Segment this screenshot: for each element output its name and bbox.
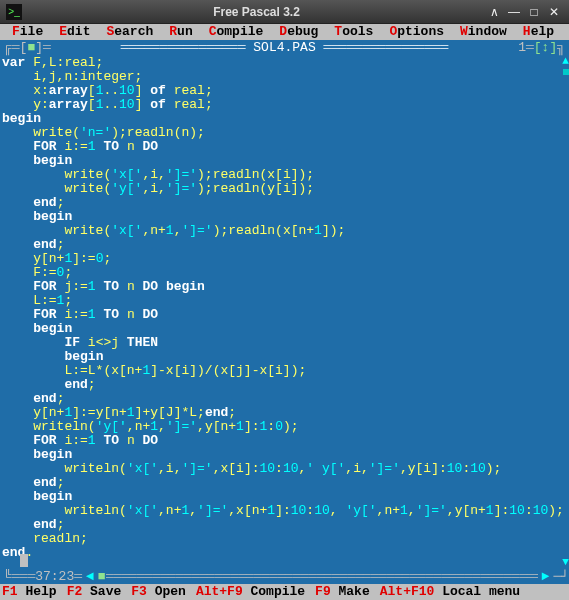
code-line[interactable]: begin bbox=[2, 154, 569, 168]
window-title: Free Pascal 3.2 bbox=[30, 5, 483, 19]
menu-options[interactable]: Options bbox=[381, 24, 452, 40]
code-line[interactable]: writeln('x[',n+1,']=',x[n+1]:10:10, 'y['… bbox=[2, 504, 569, 518]
code-line[interactable]: end; bbox=[2, 196, 569, 210]
editor-frame-top: ╔═[■]═ ════════════════ SOL4.PAS ═══════… bbox=[0, 40, 569, 56]
code-line[interactable]: IF i<>j THEN bbox=[2, 336, 569, 350]
code-line[interactable]: begin bbox=[2, 448, 569, 462]
code-line[interactable]: write('y[',i,']=');readln(y[i]); bbox=[2, 182, 569, 196]
scroll-down-arrow[interactable]: ▼ bbox=[562, 557, 569, 568]
menu-compile[interactable]: Compile bbox=[201, 24, 272, 40]
menu-file[interactable]: File bbox=[4, 24, 51, 40]
vertical-scrollbar[interactable]: ▲ ▼ bbox=[561, 56, 569, 568]
code-line[interactable]: y[n+1]:=0; bbox=[2, 252, 569, 266]
code-line[interactable]: y:array[1..10] of real; bbox=[2, 98, 569, 112]
code-line[interactable]: begin bbox=[2, 350, 569, 364]
app-window: >_ Free Pascal 3.2 ∧ — □ ✕ FileEditSearc… bbox=[0, 0, 569, 600]
menu-help[interactable]: Help bbox=[515, 24, 562, 40]
status-f2[interactable]: F2 Save bbox=[67, 584, 122, 600]
status-alt-f10[interactable]: Alt+F10 Local menu bbox=[380, 584, 520, 600]
code-line[interactable]: i,j,n:integer; bbox=[2, 70, 569, 84]
menubar: FileEditSearchRunCompileDebugToolsOption… bbox=[0, 24, 569, 40]
code-line[interactable]: readln; bbox=[2, 532, 569, 546]
code-line[interactable]: writeln('y[',n+1,']=',y[n+1]:1:0); bbox=[2, 420, 569, 434]
scroll-thumb[interactable] bbox=[563, 69, 569, 75]
menu-debug[interactable]: Debug bbox=[271, 24, 326, 40]
menu-run[interactable]: Run bbox=[161, 24, 200, 40]
code-line[interactable]: write('x[',i,']=');readln(x[i]); bbox=[2, 168, 569, 182]
editor-filename: ════════════════ SOL4.PAS ══════════════… bbox=[51, 40, 518, 56]
close-button[interactable]: ✕ bbox=[545, 4, 563, 20]
statusbar: F1 HelpF2 SaveF3 OpenAlt+F9 CompileF9 Ma… bbox=[0, 584, 569, 600]
scroll-up-arrow[interactable]: ▲ bbox=[562, 56, 569, 67]
code-line[interactable]: write('x[',n+1,']=');readln(x[n+1]); bbox=[2, 224, 569, 238]
code-line[interactable]: end; bbox=[2, 476, 569, 490]
status-alt-f9[interactable]: Alt+F9 Compile bbox=[196, 584, 305, 600]
menu-window[interactable]: Window bbox=[452, 24, 515, 40]
status-f1[interactable]: F1 Help bbox=[2, 584, 57, 600]
code-line[interactable]: begin bbox=[2, 112, 569, 126]
rollup-button[interactable]: ∧ bbox=[485, 4, 503, 20]
menu-tools[interactable]: Tools bbox=[326, 24, 381, 40]
code-line[interactable]: x:array[1..10] of real; bbox=[2, 84, 569, 98]
code-line[interactable]: begin bbox=[2, 210, 569, 224]
titlebar[interactable]: >_ Free Pascal 3.2 ∧ — □ ✕ bbox=[0, 0, 569, 24]
code-line[interactable]: L:=1; bbox=[2, 294, 569, 308]
code-editor[interactable]: var F,L:real; i,j,n:integer; x:array[1..… bbox=[0, 56, 569, 568]
menu-edit[interactable]: Edit bbox=[51, 24, 98, 40]
code-line[interactable]: y[n+1]:=y[n+1]+y[J]*L;end; bbox=[2, 406, 569, 420]
code-line[interactable]: F:=0; bbox=[2, 266, 569, 280]
status-f9[interactable]: F9 Make bbox=[315, 584, 370, 600]
hscroll-right-arrow[interactable]: ► bbox=[538, 569, 554, 584]
code-line[interactable]: end; bbox=[2, 238, 569, 252]
frame-right-controls[interactable]: 1═[↕]╗ bbox=[518, 40, 569, 56]
code-line[interactable]: L:=L*(x[n+1]-x[i])/(x[j]-x[i]); bbox=[2, 364, 569, 378]
code-line[interactable]: begin bbox=[2, 490, 569, 504]
code-line[interactable]: begin bbox=[2, 322, 569, 336]
menu-search[interactable]: Search bbox=[98, 24, 161, 40]
text-cursor bbox=[20, 554, 28, 567]
code-line[interactable]: var F,L:real; bbox=[2, 56, 569, 70]
code-line[interactable]: end; bbox=[2, 378, 569, 392]
code-line[interactable]: write('n=');readln(n); bbox=[2, 126, 569, 140]
minimize-button[interactable]: — bbox=[505, 4, 523, 20]
code-line[interactable]: end; bbox=[2, 518, 569, 532]
cursor-position: 37:23 bbox=[35, 569, 74, 584]
scroll-track[interactable] bbox=[562, 67, 570, 557]
code-line[interactable]: FOR i:=1 TO n DO bbox=[2, 140, 569, 154]
hscroll-left-arrow[interactable]: ◄ bbox=[82, 569, 98, 584]
editor-frame-bottom: ╚═══ 37:23 ═ ◄ ■ ═══════════════════════… bbox=[0, 568, 569, 584]
code-line[interactable]: writeln('x[',i,']=',x[i]:10:10,' y[',i,'… bbox=[2, 462, 569, 476]
status-f3[interactable]: F3 Open bbox=[131, 584, 186, 600]
app-icon: >_ bbox=[6, 4, 22, 20]
code-line[interactable]: end. bbox=[2, 546, 569, 560]
code-line[interactable]: FOR i:=1 TO n DO bbox=[2, 434, 569, 448]
code-line[interactable]: end; bbox=[2, 392, 569, 406]
code-line[interactable]: FOR j:=1 TO n DO begin bbox=[2, 280, 569, 294]
maximize-button[interactable]: □ bbox=[525, 4, 543, 20]
code-line[interactable]: FOR i:=1 TO n DO bbox=[2, 308, 569, 322]
frame-close-control[interactable]: ╔═[■]═ bbox=[0, 40, 51, 56]
